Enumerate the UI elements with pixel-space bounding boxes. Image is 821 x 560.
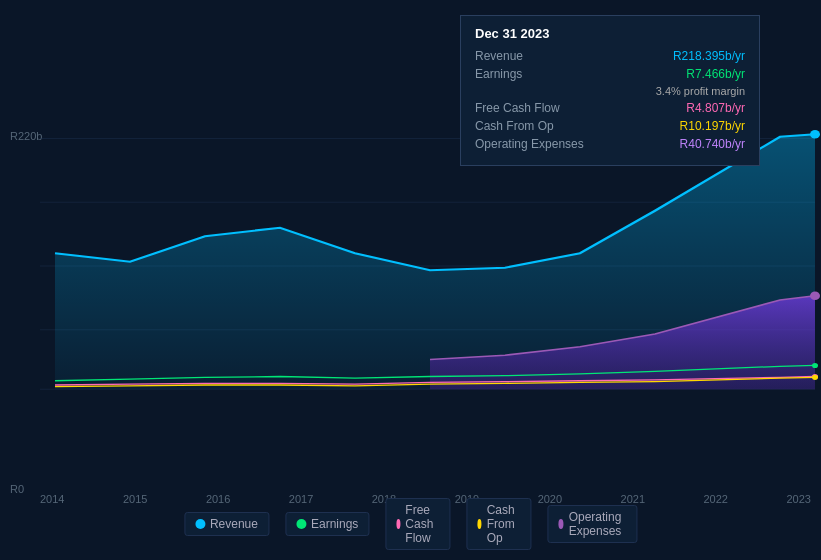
y-label-bottom: R0 <box>10 483 24 495</box>
legend-cfo-label: Cash From Op <box>487 503 521 545</box>
fcf-dot <box>396 519 400 529</box>
tooltip-earnings-row: Earnings R7.466b/yr <box>475 67 745 81</box>
x-label-2022: 2022 <box>704 493 728 505</box>
tooltip-profit-margin-row: 3.4% profit margin <box>475 85 745 97</box>
legend-fcf[interactable]: Free Cash Flow <box>385 498 450 550</box>
earnings-value: R7.466b/yr <box>686 67 745 81</box>
fcf-value: R4.807b/yr <box>686 101 745 115</box>
tooltip-revenue-row: Revenue R218.395b/yr <box>475 49 745 63</box>
tooltip-fcf-row: Free Cash Flow R4.807b/yr <box>475 101 745 115</box>
tooltip: Dec 31 2023 Revenue R218.395b/yr Earning… <box>460 15 760 166</box>
revenue-end-dot <box>810 130 820 139</box>
chart-container: Dec 31 2023 Revenue R218.395b/yr Earning… <box>0 0 821 560</box>
revenue-label: Revenue <box>475 49 523 63</box>
opex-dot <box>558 519 563 529</box>
cfo-value: R10.197b/yr <box>680 119 745 133</box>
revenue-value: R218.395b/yr <box>673 49 745 63</box>
earnings-dot <box>296 519 306 529</box>
legend-earnings-label: Earnings <box>311 517 358 531</box>
legend-revenue-label: Revenue <box>210 517 258 531</box>
legend-fcf-label: Free Cash Flow <box>405 503 439 545</box>
legend-opex[interactable]: Operating Expenses <box>547 505 637 543</box>
opex-value: R40.740b/yr <box>680 137 745 151</box>
cfo-label: Cash From Op <box>475 119 554 133</box>
cfo-end-dot <box>812 375 818 380</box>
tooltip-opex-row: Operating Expenses R40.740b/yr <box>475 137 745 151</box>
legend-revenue[interactable]: Revenue <box>184 512 269 536</box>
profit-margin-value: 3.4% profit margin <box>656 85 745 97</box>
legend: Revenue Earnings Free Cash Flow Cash Fro… <box>184 498 637 550</box>
legend-opex-label: Operating Expenses <box>569 510 626 538</box>
chart-svg <box>0 130 821 470</box>
legend-earnings[interactable]: Earnings <box>285 512 369 536</box>
x-label-2015: 2015 <box>123 493 147 505</box>
tooltip-cfo-row: Cash From Op R10.197b/yr <box>475 119 745 133</box>
fcf-label: Free Cash Flow <box>475 101 560 115</box>
tooltip-date: Dec 31 2023 <box>475 26 745 41</box>
x-label-2014: 2014 <box>40 493 64 505</box>
legend-cfo[interactable]: Cash From Op <box>466 498 531 550</box>
x-label-2023: 2023 <box>786 493 810 505</box>
cfo-dot <box>477 519 481 529</box>
earnings-end-dot <box>812 363 818 368</box>
earnings-label: Earnings <box>475 67 522 81</box>
opex-label: Operating Expenses <box>475 137 584 151</box>
revenue-dot <box>195 519 205 529</box>
opex-end-dot <box>810 292 820 301</box>
